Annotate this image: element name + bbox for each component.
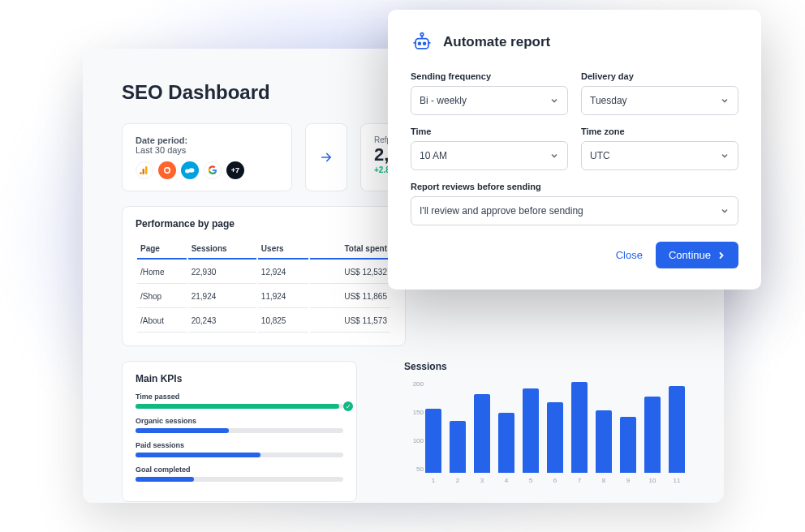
arrow-card [305, 123, 347, 191]
svg-point-9 [424, 42, 426, 45]
col-sessions: Sessions [188, 239, 256, 260]
automate-report-modal: Automate report Sending frequency Bi - w… [388, 10, 761, 290]
period-label: Date period: [136, 135, 278, 145]
col-spent: Total spent [310, 239, 390, 260]
chevron-right-icon [717, 251, 725, 260]
review-label: Report reviews before sending [411, 182, 738, 191]
kpi-row: Organic sessions [136, 417, 343, 433]
field-delivery-day: Delivery day Tuesday [581, 71, 738, 115]
time-select[interactable]: 10 AM [411, 141, 568, 170]
chart-bar[interactable]: 6 [547, 402, 563, 473]
semrush-icon [158, 161, 176, 179]
check-icon: ✓ [343, 401, 353, 411]
continue-button[interactable]: Continue [656, 242, 738, 268]
chevron-down-icon [549, 151, 559, 161]
chart-bar[interactable]: 8 [596, 410, 612, 473]
table-row[interactable]: /About20,24310,825US$ 11,573 [137, 310, 390, 332]
chevron-down-icon [720, 96, 730, 105]
svg-point-5 [189, 168, 195, 173]
chart-bar[interactable]: 3 [474, 394, 490, 473]
chart-bar[interactable]: 2 [450, 421, 466, 473]
period-value: Last 30 days [136, 145, 278, 155]
table-row[interactable]: /Shop21,92411,924US$ 11,865 [137, 285, 390, 308]
tz-select[interactable]: UTC [581, 141, 738, 170]
field-frequency: Sending frequency Bi - weekly [411, 71, 568, 115]
ga-icon [136, 161, 153, 179]
kpi-row: Time passed✓ [136, 393, 343, 409]
table-row[interactable]: /Home22,93012,924US$ 12,532 [137, 261, 390, 284]
chart-bar[interactable]: 9 [620, 417, 636, 473]
chart-bar[interactable]: 7 [571, 382, 588, 473]
kpi-row: Paid sessions [136, 441, 343, 457]
svg-point-6 [420, 33, 424, 36]
kpi-title: Main KPIs [136, 373, 343, 384]
kpi-card: Main KPIs Time passed✓Organic sessionsPa… [122, 361, 357, 502]
chart-bar[interactable]: 1 [425, 409, 441, 473]
day-select[interactable]: Tuesday [581, 86, 738, 115]
freq-select[interactable]: Bi - weekly [411, 86, 568, 115]
col-page: Page [137, 239, 187, 260]
integration-icons: +7 [136, 161, 278, 179]
chevron-down-icon [720, 151, 730, 161]
col-users: Users [258, 239, 309, 260]
field-review: Report reviews before sending I'll revie… [411, 182, 738, 225]
review-select[interactable]: I'll review and approve before sending [411, 196, 738, 225]
field-time: Time 10 AM [411, 127, 568, 170]
chart-bar[interactable]: 4 [498, 413, 514, 473]
svg-rect-1 [143, 169, 145, 174]
perf-table: Page Sessions Users Total spent /Home22,… [136, 238, 392, 334]
freq-label: Sending frequency [411, 71, 568, 81]
robot-icon [411, 31, 433, 54]
sessions-bar-chart: 20015010050 1234567891011 [404, 380, 685, 486]
sessions-chart-card: Sessions 20015010050 1234567891011 [373, 361, 685, 502]
chevron-down-icon [720, 206, 730, 216]
svg-rect-0 [145, 166, 148, 174]
svg-point-8 [419, 42, 421, 45]
day-label: Delivery day [581, 71, 738, 81]
chart-bar[interactable]: 11 [669, 386, 685, 473]
tz-label: Time zone [581, 127, 738, 136]
more-integrations-badge[interactable]: +7 [226, 161, 244, 179]
y-axis: 20015010050 [404, 380, 424, 473]
time-label: Time [411, 127, 568, 136]
date-period-card[interactable]: Date period: Last 30 days +7 [122, 123, 292, 191]
perf-title: Performance by page [136, 218, 392, 230]
modal-title: Automate report [443, 34, 550, 50]
field-timezone: Time zone UTC [581, 127, 738, 170]
chart-bar[interactable]: 5 [523, 388, 539, 473]
salesforce-icon [181, 161, 199, 179]
kpi-row: Goal completed [136, 466, 343, 482]
chart-bar[interactable]: 10 [644, 397, 661, 473]
arrow-right-icon [319, 147, 334, 168]
sessions-title: Sessions [404, 361, 685, 372]
performance-table-card: Performance by page Page Sessions Users … [122, 206, 406, 346]
close-button[interactable]: Close [616, 249, 643, 261]
svg-rect-7 [415, 39, 428, 49]
google-icon [204, 161, 222, 179]
chevron-down-icon [549, 96, 559, 105]
svg-point-2 [140, 172, 142, 174]
